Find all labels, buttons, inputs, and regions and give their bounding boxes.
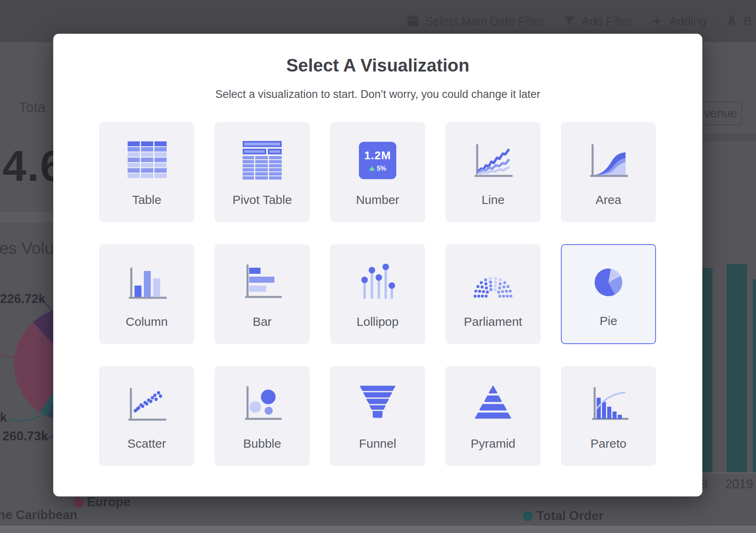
pyramid-icon (473, 384, 513, 425)
toolbar-boost[interactable]: B (725, 15, 752, 28)
calendar-icon (406, 15, 419, 28)
pie-icon (588, 263, 629, 303)
backdrop-kpi-title: Tota (19, 99, 46, 115)
viz-option-funnel[interactable]: Funnel (330, 366, 425, 466)
toolbar-label: B (744, 15, 752, 28)
viz-option-bar[interactable]: Bar (215, 244, 310, 344)
bubble-icon (242, 384, 282, 425)
viz-option-column[interactable]: Column (99, 244, 194, 344)
viz-option-label: Number (330, 193, 425, 207)
column-icon (126, 262, 167, 303)
teal-bar (727, 264, 747, 472)
teal-bar (753, 280, 756, 472)
pie-data-label: 226.72k (0, 292, 46, 306)
area-icon (588, 140, 629, 181)
pareto-icon (588, 384, 629, 425)
toolbar-label: Add Filter (582, 15, 632, 28)
viz-option-bubble[interactable]: Bubble (215, 366, 310, 466)
legend-label-total-order: Total Order (537, 509, 604, 523)
legend-dot-total-order (523, 511, 533, 521)
scatter-icon (126, 384, 167, 425)
pivot-icon (242, 140, 282, 181)
legend-label-europe: Europe (87, 495, 130, 509)
rocket-icon (725, 15, 738, 28)
viz-option-label: Pie (562, 314, 655, 328)
viz-option-lollipop[interactable]: Lollipop (330, 244, 425, 344)
viz-option-label: Pivot Table (215, 193, 310, 207)
parliament-icon (473, 262, 513, 303)
pie-data-label: k (0, 410, 7, 425)
funnel-icon (357, 384, 398, 425)
viz-option-number[interactable]: 1.2M 5% Number (330, 122, 425, 222)
viz-option-line[interactable]: Line (445, 122, 541, 222)
viz-option-label: Parliament (445, 315, 541, 329)
screen: Select Main Date Filter Add Filter Addin… (0, 0, 756, 533)
up-triangle-icon (369, 166, 375, 171)
modal-subtitle: Select a visualization to start. Don’t w… (53, 88, 702, 101)
legend-dot-europe (73, 497, 83, 507)
x-axis-label: 2019 (725, 477, 753, 492)
bottom-scroll-strip (0, 526, 756, 533)
table-icon (126, 140, 167, 181)
modal-title: Select A Visualization (53, 55, 702, 76)
plus-icon (651, 15, 664, 28)
filter-icon (563, 15, 576, 28)
viz-option-label: Lollipop (330, 315, 425, 329)
visualization-grid: TablePivot Table 1.2M 5% Number Line Are… (99, 122, 656, 466)
viz-option-area[interactable]: Area (561, 122, 656, 222)
viz-option-table[interactable]: Table (99, 122, 194, 222)
viz-option-pie[interactable]: Pie (561, 244, 656, 344)
viz-option-parliament[interactable]: Parliament (445, 244, 541, 344)
viz-option-scatter[interactable]: Scatter (99, 366, 194, 466)
viz-option-label: Pareto (561, 437, 656, 451)
line-icon (473, 140, 513, 181)
viz-option-pyramid[interactable]: Pyramid (445, 366, 541, 466)
viz-option-label: Bubble (215, 437, 310, 451)
bar-icon (242, 262, 282, 303)
pie-data-label: 260.73k (2, 429, 48, 444)
toolbar-label: Adding (669, 15, 706, 28)
viz-option-pareto[interactable]: Pareto (561, 366, 656, 466)
viz-option-label: Area (561, 193, 656, 207)
viz-option-label: Column (99, 315, 194, 329)
backdrop-section-title: es Volu (0, 239, 54, 258)
toolbar-label: Select Main Date Filter (425, 15, 544, 28)
viz-option-label: Bar (215, 315, 310, 329)
lollipop-icon (357, 262, 398, 303)
viz-option-label: Line (445, 193, 541, 207)
select-visualization-modal: Select A Visualization Select a visualiz… (53, 34, 702, 496)
number-icon: 1.2M 5% (357, 140, 398, 181)
number-kpi-tile: 1.2M 5% (359, 142, 396, 179)
legend-label-caribbean: ne Caribbean (0, 508, 77, 522)
toolbar-date-filter[interactable]: Select Main Date Filter (406, 15, 544, 28)
toolbar-add-filter[interactable]: Add Filter (563, 15, 632, 28)
viz-option-label: Pyramid (445, 437, 541, 451)
viz-option-label: Scatter (99, 437, 194, 451)
viz-option-pivot[interactable]: Pivot Table (215, 122, 310, 222)
viz-option-label: Table (99, 193, 194, 207)
viz-option-label: Funnel (330, 437, 425, 451)
toolbar-adding[interactable]: Adding (651, 15, 706, 28)
revenue-button-label: venue (704, 106, 737, 120)
